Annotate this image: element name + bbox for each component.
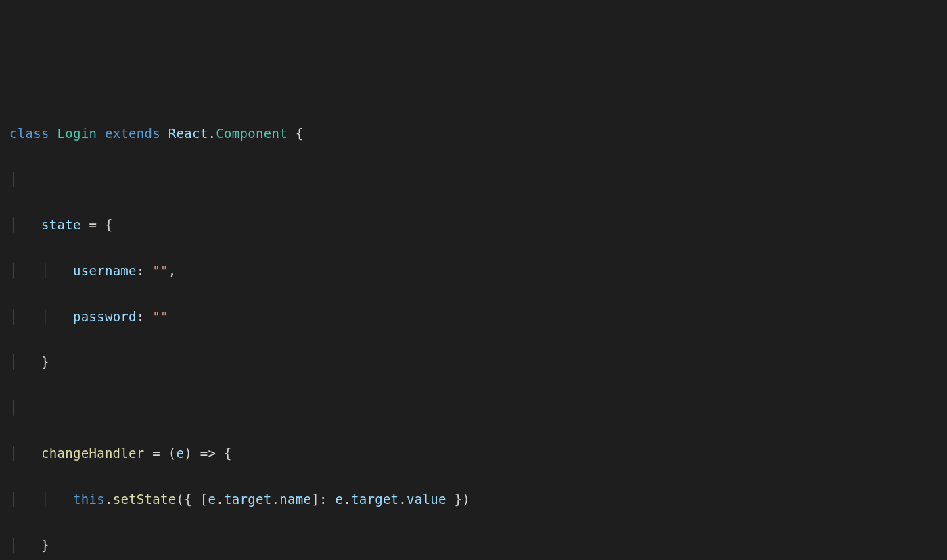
code-line-7: │ xyxy=(4,397,943,420)
code-line-8: │ changeHandler = (e) => { xyxy=(4,442,943,465)
code-line-2: │ xyxy=(4,168,943,191)
code-editor[interactable]: class Login extends React.Component { │ … xyxy=(4,99,943,560)
code-line-6: │ } xyxy=(4,351,943,374)
code-line-10: │ } xyxy=(4,534,943,557)
code-line-4: │ │ username: "", xyxy=(4,260,943,283)
code-line-3: │ state = { xyxy=(4,214,943,237)
code-line-9: │ │ this.setState({ [e.target.name]: e.t… xyxy=(4,488,943,511)
code-line-1: class Login extends React.Component { xyxy=(4,122,943,145)
code-line-5: │ │ password: "" xyxy=(4,306,943,329)
